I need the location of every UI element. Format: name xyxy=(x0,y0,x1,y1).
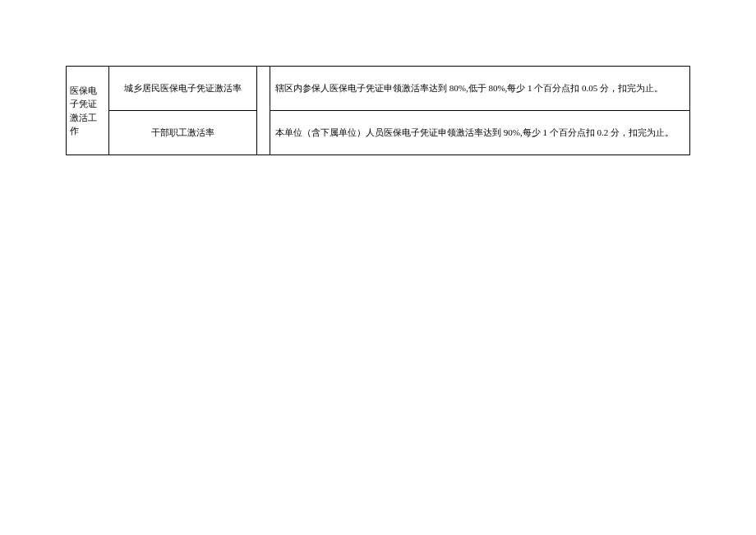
description-cell: 辖区内参保人医保电子凭证申领激活率达到 80%,低于 80%,每少 1 个百分点… xyxy=(270,67,690,111)
description-cell: 本单位（含下属单位）人员医保电子凭证申领激活率达到 90%,每少 1 个百分点扣… xyxy=(270,111,690,155)
metric-cell: 干部职工激活率 xyxy=(109,111,257,155)
blank-cell xyxy=(257,67,270,155)
document-table-wrapper: 医保电子凭证激活工作 城乡居民医保电子凭证激活率 辖区内参保人医保电子凭证申领激… xyxy=(66,66,690,155)
metric-cell: 城乡居民医保电子凭证激活率 xyxy=(109,67,257,111)
table-row: 干部职工激活率 本单位（含下属单位）人员医保电子凭证申领激活率达到 90%,每少… xyxy=(67,111,690,155)
category-cell: 医保电子凭证激活工作 xyxy=(67,67,109,155)
evaluation-table: 医保电子凭证激活工作 城乡居民医保电子凭证激活率 辖区内参保人医保电子凭证申领激… xyxy=(66,66,690,155)
table-row: 医保电子凭证激活工作 城乡居民医保电子凭证激活率 辖区内参保人医保电子凭证申领激… xyxy=(67,67,690,111)
